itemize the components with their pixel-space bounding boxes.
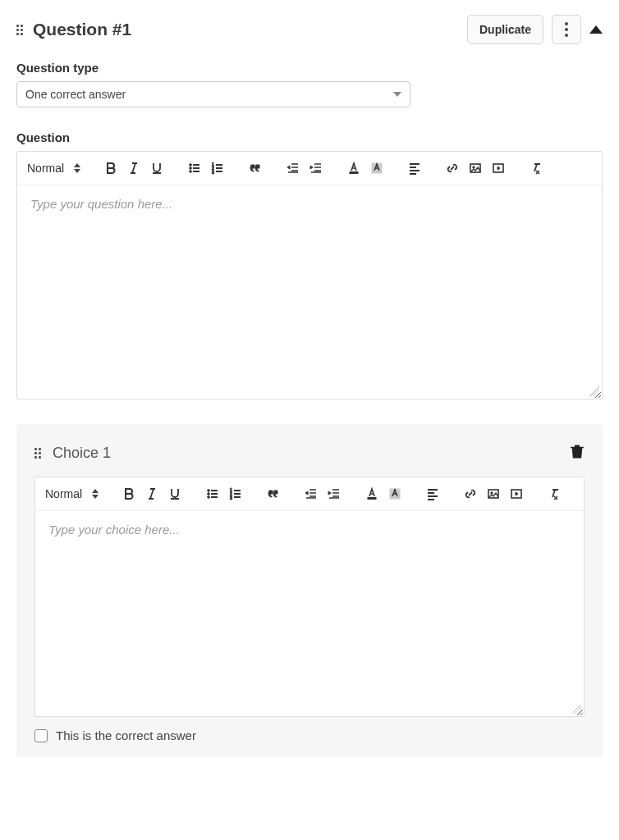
svg-point-2 [190, 171, 192, 173]
bold-button[interactable] [103, 160, 118, 176]
correct-answer-label: This is the correct answer [56, 728, 196, 742]
highlight-button[interactable] [369, 160, 384, 176]
drag-handle-icon[interactable] [34, 447, 43, 459]
sort-caret-icon [92, 489, 99, 499]
question-type-value: One correct answer [25, 88, 126, 101]
link-button[interactable] [445, 160, 460, 176]
question-header: Question #1 Duplicate [16, 15, 603, 44]
svg-text:3: 3 [212, 170, 214, 175]
more-options-button[interactable] [552, 15, 581, 44]
italic-button[interactable] [126, 160, 141, 176]
resize-handle-icon[interactable] [589, 386, 599, 396]
question-label: Question [16, 130, 603, 144]
choice-placeholder: Type your choice here... [48, 523, 180, 536]
svg-point-1 [190, 167, 192, 170]
link-button[interactable] [463, 486, 478, 502]
video-button[interactable] [509, 486, 524, 502]
resize-handle-icon[interactable] [571, 704, 581, 714]
svg-point-20 [491, 492, 493, 494]
bullet-list-button[interactable] [187, 160, 202, 176]
question-textarea[interactable]: Type your question here... [17, 185, 602, 399]
svg-point-12 [208, 493, 210, 495]
format-value: Normal [27, 162, 64, 175]
correct-answer-checkbox[interactable] [34, 729, 48, 742]
align-button[interactable] [407, 160, 422, 176]
choice-header: Choice 1 [34, 444, 585, 462]
question-placeholder: Type your question here... [30, 197, 172, 211]
format-select[interactable]: Normal [27, 162, 80, 175]
clear-format-button[interactable] [547, 486, 562, 502]
bullet-list-button[interactable] [205, 486, 220, 502]
clear-format-button[interactable] [529, 160, 543, 176]
outdent-button[interactable] [286, 160, 300, 176]
svg-text:3: 3 [230, 495, 232, 500]
question-title: Question #1 [33, 20, 131, 39]
header-actions: Duplicate [467, 15, 603, 44]
question-toolbar: Normal 123 [17, 152, 602, 185]
svg-point-9 [473, 167, 475, 168]
choice-editor: Normal 123 [34, 477, 585, 717]
svg-point-0 [190, 164, 192, 167]
delete-choice-button[interactable] [570, 444, 585, 462]
question-editor: Normal 123 [16, 151, 603, 399]
duplicate-button[interactable]: Duplicate [467, 15, 543, 44]
sort-caret-icon [74, 163, 80, 173]
underline-button[interactable] [167, 486, 182, 502]
choice-title: Choice 1 [53, 445, 111, 462]
question-type-label: Question type [16, 61, 603, 75]
blockquote-button[interactable] [266, 486, 281, 502]
trash-icon [570, 444, 585, 459]
choice-panel: Choice 1 Normal 123 [16, 424, 603, 757]
text-color-button[interactable] [346, 160, 361, 176]
italic-button[interactable] [144, 486, 159, 502]
align-button[interactable] [425, 486, 440, 502]
svg-rect-17 [368, 498, 376, 500]
outdent-button[interactable] [304, 486, 319, 502]
drag-handle-icon[interactable] [16, 24, 25, 35]
svg-rect-6 [350, 172, 358, 174]
underline-button[interactable] [149, 160, 164, 176]
chevron-down-icon [393, 92, 401, 97]
kebab-icon [565, 22, 568, 37]
image-button[interactable] [468, 160, 483, 176]
indent-button[interactable] [309, 160, 323, 176]
choice-toolbar: Normal 123 [35, 477, 584, 511]
svg-point-13 [208, 496, 210, 499]
indent-button[interactable] [327, 486, 342, 502]
numbered-list-button[interactable]: 123 [228, 486, 243, 502]
highlight-button[interactable] [387, 486, 402, 502]
choice-textarea[interactable]: Type your choice here... [35, 511, 584, 716]
blockquote-button[interactable] [248, 160, 263, 176]
svg-point-11 [208, 490, 210, 492]
numbered-list-button[interactable]: 123 [210, 160, 225, 176]
format-select[interactable]: Normal [45, 487, 99, 500]
header-left: Question #1 [16, 20, 131, 39]
question-type-select[interactable]: One correct answer [16, 81, 410, 107]
collapse-toggle[interactable] [589, 25, 603, 34]
text-color-button[interactable] [365, 486, 379, 502]
video-button[interactable] [491, 160, 506, 176]
bold-button[interactable] [122, 486, 136, 502]
format-value: Normal [45, 487, 82, 500]
correct-answer-row: This is the correct answer [34, 728, 585, 742]
image-button[interactable] [486, 486, 501, 502]
